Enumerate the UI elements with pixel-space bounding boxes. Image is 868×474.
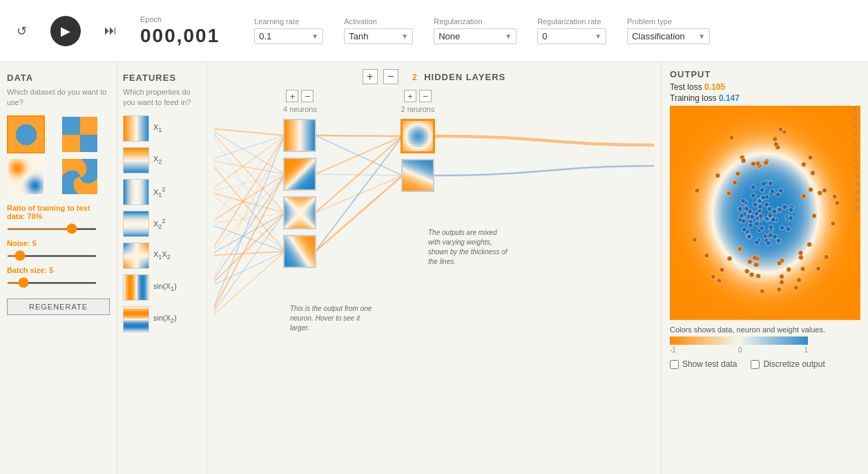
features-panel: FEATURES Which properties do you want to… — [117, 62, 207, 474]
neuron-1-4[interactable] — [283, 235, 316, 268]
neuron-1-1[interactable] — [283, 119, 316, 152]
feature-x1sq[interactable]: X12 — [123, 179, 201, 205]
activation-dropdown[interactable]: Tanh ▼ — [344, 28, 413, 44]
svg-line-0 — [214, 129, 284, 135]
add-layer-button[interactable]: + — [363, 69, 378, 84]
feature-x1sq-canvas — [123, 179, 149, 205]
noise-slider[interactable] — [7, 255, 97, 257]
feature-x1-label: X1 — [153, 123, 162, 133]
feature-sinx2[interactable]: sin(X2) — [123, 306, 201, 332]
feature-x1[interactable]: X1 — [123, 115, 201, 142]
legend-label: Colors shows data, neuron and weight val… — [670, 325, 860, 334]
svg-line-17 — [214, 174, 284, 256]
svg-line-33 — [315, 176, 403, 213]
epoch-label: Epoch — [140, 15, 220, 23]
remove-neuron-layer2-button[interactable]: − — [419, 90, 432, 102]
svg-line-7 — [214, 160, 284, 252]
show-test-label[interactable]: Show test data — [670, 359, 737, 369]
data-subtitle: Which dataset do you want to use? — [7, 87, 110, 108]
feature-sinx1[interactable]: sin(X1) — [123, 274, 201, 301]
add-neuron-layer1-button[interactable]: + — [286, 90, 298, 102]
neuron-2-1[interactable] — [401, 119, 435, 153]
svg-line-16 — [214, 135, 284, 256]
svg-line-14 — [214, 213, 284, 224]
main-content: DATA Which dataset do you want to use? R… — [0, 62, 868, 474]
feature-x1-canvas — [123, 115, 149, 142]
problem-type-label: Problem type — [627, 17, 710, 26]
ratio-slider[interactable] — [7, 228, 97, 230]
layer2: + − 2 neurons — [401, 90, 435, 198]
epoch-value: 000,001 — [140, 25, 220, 47]
svg-line-10 — [214, 192, 284, 213]
color-legend: Colors shows data, neuron and weight val… — [670, 325, 860, 354]
feature-x1x2-label: X1X2 — [153, 250, 171, 260]
dataset-gaussian[interactable] — [7, 158, 45, 196]
svg-line-20 — [214, 135, 284, 287]
chevron-down-icon: ▼ — [311, 32, 318, 40]
regularization-label: Regularization — [434, 17, 517, 26]
discretize-label[interactable]: Discretize output — [751, 359, 824, 369]
chevron-down-icon: ▼ — [505, 32, 512, 40]
reg-rate-group: Regularization rate 0 ▼ — [537, 17, 606, 44]
layer-controls: + − — [363, 69, 398, 84]
activation-label: Activation — [344, 17, 413, 26]
dataset-checkerboard[interactable] — [61, 115, 99, 153]
feature-sinx2-canvas — [123, 306, 149, 332]
dataset-circle[interactable] — [7, 115, 45, 153]
learning-rate-group: Learning rate 0.1 ▼ — [254, 17, 323, 44]
svg-line-13 — [214, 174, 284, 224]
feature-x1x2[interactable]: X1X2 — [123, 243, 201, 269]
noise-label: Noise: 5 — [7, 239, 110, 247]
svg-line-5 — [214, 160, 284, 174]
neuron-1-3[interactable] — [283, 196, 316, 229]
svg-line-9 — [214, 174, 284, 192]
feature-x2sq[interactable]: X22 — [123, 211, 201, 237]
learning-rate-dropdown[interactable]: 0.1 ▼ — [254, 28, 323, 44]
feature-x2[interactable]: X2 — [123, 147, 201, 173]
discretize-checkbox[interactable] — [751, 360, 760, 369]
remove-layer-button[interactable]: − — [383, 69, 398, 84]
problem-type-dropdown[interactable]: Classification ▼ — [627, 28, 710, 44]
output-panel: OUTPUT Test loss 0.105 Training loss 0.1… — [661, 62, 868, 474]
svg-line-28 — [315, 135, 403, 136]
show-test-checkbox[interactable] — [670, 360, 679, 369]
layer2-count: 2 neurons — [401, 105, 435, 113]
batch-slider-row: Batch size: 5 — [7, 266, 110, 286]
features-subtitle: Which properties do you want to feed in? — [123, 87, 201, 108]
feature-x2sq-canvas — [123, 211, 149, 237]
output-visualization: 6543210-1-2-3-4-5-6 — [670, 106, 860, 320]
y-axis: 6543210-1-2-3-4-5-6 — [853, 106, 860, 212]
output-title: OUTPUT — [670, 69, 860, 79]
dataset-grid — [7, 115, 110, 196]
dataset-spiral[interactable] — [61, 158, 99, 196]
reset-button[interactable]: ↺ — [14, 21, 30, 41]
neuron-2-2[interactable] — [401, 159, 434, 192]
svg-line-22 — [214, 213, 284, 287]
network-area: + − 2 HIDDEN LAYERS + − 4 neurons — [207, 62, 661, 474]
layer2-controls: + − — [404, 90, 432, 102]
regularization-dropdown[interactable]: None ▼ — [434, 28, 517, 44]
reg-rate-dropdown[interactable]: 0 ▼ — [537, 28, 606, 44]
feature-x2-label: X2 — [153, 155, 162, 165]
feature-x1x2-canvas — [123, 243, 149, 269]
learning-rate-label: Learning rate — [254, 17, 323, 26]
batch-slider[interactable] — [7, 282, 97, 284]
data-title: DATA — [7, 73, 110, 83]
chevron-down-icon: ▼ — [401, 32, 408, 40]
annotation-neuron: This is the output from one neuron. Hove… — [290, 304, 373, 333]
hidden-layers-label: 2 HIDDEN LAYERS — [412, 72, 505, 82]
remove-neuron-layer1-button[interactable]: − — [301, 90, 314, 102]
feature-x1sq-label: X12 — [153, 186, 166, 198]
layer1-count: 4 neurons — [283, 105, 317, 113]
train-loss: Training loss 0.147 — [670, 93, 860, 103]
data-panel: DATA Which dataset do you want to use? R… — [0, 62, 117, 474]
reg-rate-label: Regularization rate — [537, 17, 606, 26]
step-button[interactable]: ⏭ — [102, 21, 119, 41]
neuron-1-2[interactable] — [283, 158, 316, 191]
svg-line-32 — [315, 136, 403, 213]
add-neuron-layer2-button[interactable]: + — [404, 90, 416, 102]
epoch-group: Epoch 000,001 — [140, 15, 220, 47]
svg-line-26 — [214, 213, 284, 319]
play-button[interactable]: ▶ — [50, 16, 81, 46]
regenerate-button[interactable]: REGENERATE — [7, 298, 110, 315]
